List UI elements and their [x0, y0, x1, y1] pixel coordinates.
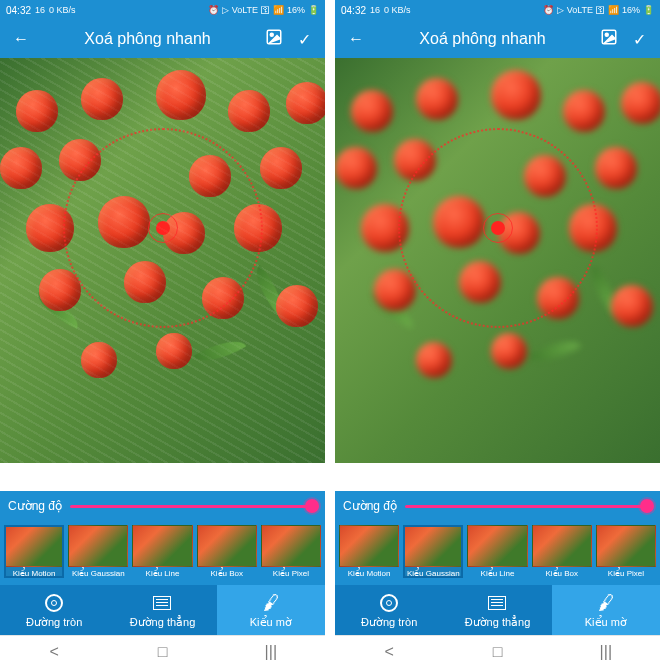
style-box[interactable]: Kiểu Box [197, 525, 257, 578]
style-thumb [339, 525, 399, 567]
tab-blurstyle[interactable]: 🖌 Kiểu mờ [552, 585, 660, 635]
intensity-slider[interactable] [70, 505, 317, 508]
alarm-icon: ⏰ [543, 5, 554, 15]
page-title: Xoá phông nhanh [375, 30, 590, 48]
style-pixel[interactable]: Kiểu Pixel [261, 525, 321, 578]
statusbar: 04:32 16 0 KB/s ⏰ ▷ VoLTE ⚿ 📶 16% 🔋 [0, 0, 325, 20]
style-motion[interactable]: Kiểu Motion [339, 525, 399, 578]
style-thumb [403, 525, 463, 567]
intensity-slider-row: Cường độ [0, 491, 325, 521]
gallery-icon[interactable] [598, 28, 620, 50]
nav-home-icon[interactable]: □ [148, 643, 176, 661]
lines-icon [486, 592, 508, 614]
intensity-slider[interactable] [405, 505, 652, 508]
style-label: Kiểu Pixel [608, 569, 644, 578]
tab-label: Đường thẳng [130, 616, 196, 629]
image-canvas[interactable] [335, 58, 660, 463]
style-label: Kiểu Pixel [273, 569, 309, 578]
wifi-icon: ⚿ [261, 5, 270, 15]
volte-icon: VoLTE [232, 5, 258, 15]
playstore-icon: ▷ [222, 5, 229, 15]
style-thumb [467, 525, 527, 567]
tab-line[interactable]: Đường thẳng [108, 585, 216, 635]
style-label: Kiểu Line [146, 569, 180, 578]
battery-pct: 16% [287, 5, 305, 15]
signal-icon: 📶 [608, 5, 619, 15]
phone-left: 04:32 16 0 KB/s ⏰ ▷ VoLTE ⚿ 📶 16% 🔋 ← Xo… [0, 0, 325, 667]
style-pixel[interactable]: Kiểu Pixel [596, 525, 656, 578]
style-label: Kiểu Motion [13, 569, 56, 578]
nav-home-icon[interactable]: □ [483, 643, 511, 661]
style-thumb [132, 525, 192, 567]
style-thumb [4, 525, 64, 567]
focus-center-dot[interactable] [491, 221, 505, 235]
tab-blurstyle[interactable]: 🖌 Kiểu mờ [217, 585, 325, 635]
spacer [0, 463, 325, 491]
image-canvas[interactable] [0, 58, 325, 463]
style-motion[interactable]: Kiểu Motion [4, 525, 64, 578]
back-icon[interactable]: ← [10, 30, 32, 48]
tab-line[interactable]: Đường thẳng [443, 585, 551, 635]
phone-right: 04:32 16 0 KB/s ⏰ ▷ VoLTE ⚿ 📶 16% 🔋 ← Xo… [335, 0, 660, 667]
confirm-icon[interactable]: ✓ [628, 30, 650, 49]
status-time: 04:32 [341, 5, 366, 16]
bottom-tabs: Đường tròn Đường thẳng 🖌 Kiểu mờ [335, 585, 660, 635]
status-time: 04:32 [6, 5, 31, 16]
lines-icon [151, 592, 173, 614]
style-box[interactable]: Kiểu Box [532, 525, 592, 578]
circle-icon [378, 592, 400, 614]
battery-pct: 16% [622, 5, 640, 15]
status-net: 16 [370, 5, 380, 15]
style-label: Kiểu Box [545, 569, 578, 578]
style-thumb [532, 525, 592, 567]
playstore-icon: ▷ [557, 5, 564, 15]
confirm-icon[interactable]: ✓ [293, 30, 315, 49]
appbar: ← Xoá phông nhanh ✓ [0, 20, 325, 58]
style-label: Kiểu Gaussian [72, 569, 125, 578]
volte-icon: VoLTE [567, 5, 593, 15]
bottom-tabs: Đường tròn Đường thẳng 🖌 Kiểu mờ [0, 585, 325, 635]
status-net: 16 [35, 5, 45, 15]
focus-center-dot[interactable] [156, 221, 170, 235]
signal-icon: 📶 [273, 5, 284, 15]
blur-styles: Kiểu Motion Kiểu Gaussian Kiểu Line Kiểu… [335, 521, 660, 585]
appbar: ← Xoá phông nhanh ✓ [335, 20, 660, 58]
status-kbs: 0 KB/s [49, 5, 76, 15]
style-label: Kiểu Gaussian [407, 569, 460, 578]
slider-thumb[interactable] [640, 499, 654, 513]
tab-label: Đường tròn [26, 616, 82, 629]
tab-circle[interactable]: Đường tròn [335, 585, 443, 635]
blur-styles: Kiểu Motion Kiểu Gaussian Kiểu Line Kiểu… [0, 521, 325, 585]
style-label: Kiểu Motion [348, 569, 391, 578]
tab-label: Đường tròn [361, 616, 417, 629]
nav-recents-icon[interactable]: ||| [257, 643, 285, 661]
style-thumb [596, 525, 656, 567]
intensity-slider-row: Cường độ [335, 491, 660, 521]
gallery-icon[interactable] [263, 28, 285, 50]
tab-label: Kiểu mờ [250, 616, 292, 629]
battery-icon: 🔋 [643, 5, 654, 15]
page-title: Xoá phông nhanh [40, 30, 255, 48]
circle-icon [43, 592, 65, 614]
svg-point-3 [605, 33, 608, 36]
wifi-icon: ⚿ [596, 5, 605, 15]
style-line[interactable]: Kiểu Line [132, 525, 192, 578]
tab-circle[interactable]: Đường tròn [0, 585, 108, 635]
nav-back-icon[interactable]: < [40, 643, 68, 661]
nav-recents-icon[interactable]: ||| [592, 643, 620, 661]
back-icon[interactable]: ← [345, 30, 367, 48]
nav-back-icon[interactable]: < [375, 643, 403, 661]
alarm-icon: ⏰ [208, 5, 219, 15]
brush-icon: 🖌 [593, 590, 618, 615]
style-gaussian[interactable]: Kiểu Gaussian [68, 525, 128, 578]
style-label: Kiểu Box [210, 569, 243, 578]
intensity-label: Cường độ [343, 499, 397, 513]
battery-icon: 🔋 [308, 5, 319, 15]
style-line[interactable]: Kiểu Line [467, 525, 527, 578]
spacer [335, 463, 660, 491]
tab-label: Đường thẳng [465, 616, 531, 629]
style-label: Kiểu Line [481, 569, 515, 578]
statusbar: 04:32 16 0 KB/s ⏰ ▷ VoLTE ⚿ 📶 16% 🔋 [335, 0, 660, 20]
style-gaussian[interactable]: Kiểu Gaussian [403, 525, 463, 578]
slider-thumb[interactable] [305, 499, 319, 513]
